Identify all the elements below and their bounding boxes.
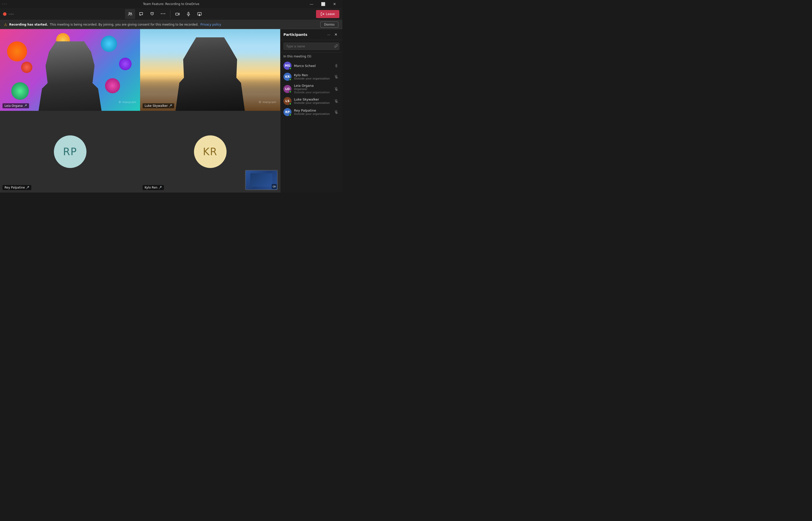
recording-text: This meeting is being recorded. By joini… <box>50 23 199 26</box>
manycam-watermark-leia: manycam <box>118 100 136 104</box>
muted-action-button[interactable] <box>333 86 339 92</box>
panel-header: Participants ··· ✕ <box>280 29 342 40</box>
svg-rect-2 <box>176 13 179 15</box>
panel-title: Participants <box>283 32 325 37</box>
panel-more-button[interactable]: ··· <box>325 31 332 38</box>
toolbar-separator <box>170 10 170 18</box>
status-dot <box>289 67 292 70</box>
video-cell-luke: manycam Luke Skywalker 🎤 <box>140 29 280 111</box>
recording-banner: ⚠ Recording has started. This meeting is… <box>0 20 342 29</box>
mic-icon-rey: 🎤 <box>26 186 29 189</box>
avatar-rey: RP <box>54 135 87 168</box>
meeting-toolbar: --:-- ··· <box>0 8 342 20</box>
mic-action-button[interactable] <box>333 63 339 69</box>
participant-info: Leia Organa Organizer Outside your organ… <box>294 84 331 94</box>
svg-point-0 <box>129 12 130 14</box>
name-tag-kylo: Kylo Ren 🎤 <box>143 185 164 190</box>
list-item[interactable]: LS Luke Skywalker Outside your organizat… <box>280 95 342 107</box>
avatar: RP <box>283 108 292 116</box>
svg-point-9 <box>259 101 260 103</box>
self-view-camera-button[interactable] <box>272 184 277 189</box>
toolbar-center: ··· <box>15 9 315 19</box>
window-controls: — ⬜ ✕ <box>306 0 340 8</box>
recording-bold-text: Recording has started. <box>9 23 48 26</box>
video-grid: manycam Leia Organa 🎤 manycam Luke Skywa… <box>0 29 280 192</box>
warning-icon: ⚠ <box>4 23 7 27</box>
participant-list: MS Marco Scheel KR Kylo Ren Outsi <box>280 59 342 192</box>
svg-point-8 <box>119 101 120 103</box>
toolbar-right: Leave <box>316 10 339 18</box>
avatar: KR <box>283 73 292 81</box>
video-cell-leia: manycam Leia Organa 🎤 <box>0 29 140 111</box>
video-cell-kylo: KR Kylo Ren 🎤 <box>140 111 280 192</box>
recording-indicator <box>3 12 6 16</box>
title-bar: ··· Team Feature: Recording to OneDrive … <box>0 0 342 8</box>
title-bar-menu[interactable]: ··· <box>2 2 7 6</box>
privacy-policy-link[interactable]: Privacy policy <box>201 23 221 26</box>
mic-button[interactable] <box>183 9 193 19</box>
status-dot <box>289 103 292 105</box>
participant-info: Rey Palpatine Outside your organization <box>294 109 331 116</box>
participant-info: Luke Skywalker Outside your organization <box>294 97 331 105</box>
status-dot <box>289 78 292 81</box>
avatar: MS <box>283 62 292 70</box>
minimize-button[interactable]: — <box>306 0 317 8</box>
search-link-icon[interactable] <box>334 44 338 48</box>
status-dot <box>289 91 292 93</box>
muted-action-button[interactable] <box>333 109 339 115</box>
self-view-thumbnail <box>245 170 278 190</box>
avatar: LO <box>283 85 292 93</box>
avatar-kylo: KR <box>194 135 227 168</box>
svg-rect-10 <box>273 186 275 187</box>
list-item[interactable]: LO Leia Organa Organizer Outside your or… <box>280 82 342 95</box>
raise-hand-button[interactable] <box>147 9 157 19</box>
main-layout: manycam Leia Organa 🎤 manycam Luke Skywa… <box>0 29 342 192</box>
mic-icon-kylo: 🎤 <box>158 186 162 189</box>
list-item[interactable]: KR Kylo Ren Outside your organization <box>280 71 342 82</box>
status-dot <box>289 114 292 116</box>
more-options-button[interactable]: ··· <box>158 9 168 19</box>
name-tag-leia: Leia Organa 🎤 <box>2 103 29 108</box>
panel-close-button[interactable]: ✕ <box>332 31 339 38</box>
video-cell-rey: RP Rey Palpatine 🎤 <box>0 111 140 192</box>
toolbar-left: --:-- <box>3 12 14 16</box>
participant-info: Marco Scheel <box>294 64 331 68</box>
svg-rect-11 <box>336 64 337 66</box>
avatar: LS <box>283 97 292 105</box>
name-tag-rey: Rey Palpatine 🎤 <box>2 185 31 190</box>
participants-panel: Participants ··· ✕ In this meeting (5) M… <box>280 29 342 192</box>
restore-button[interactable]: ⬜ <box>317 0 329 8</box>
share-screen-button[interactable] <box>194 9 205 19</box>
camera-button[interactable] <box>172 9 182 19</box>
in-meeting-header: In this meeting (5) <box>280 53 342 59</box>
list-item[interactable]: MS Marco Scheel <box>280 60 342 71</box>
muted-action-button[interactable] <box>333 98 339 104</box>
mic-icon-luke: 🎤 <box>169 104 172 108</box>
muted-action-button[interactable] <box>333 74 339 80</box>
list-item[interactable]: RP Rey Palpatine Outside your organizati… <box>280 107 342 118</box>
svg-rect-3 <box>188 12 189 14</box>
name-tag-luke: Luke Skywalker 🎤 <box>143 103 174 108</box>
leave-button[interactable]: Leave <box>316 10 339 18</box>
manycam-watermark-luke: manycam <box>258 100 276 104</box>
participants-button[interactable] <box>125 9 135 19</box>
svg-point-1 <box>131 13 132 14</box>
search-input[interactable] <box>283 43 339 50</box>
window-title: Team Feature: Recording to OneDrive <box>143 2 200 6</box>
search-box <box>280 40 342 53</box>
meeting-timer: --:-- <box>8 12 14 16</box>
close-button[interactable]: ✕ <box>329 0 340 8</box>
participant-info: Kylo Ren Outside your organization <box>294 73 331 80</box>
mic-icon-leia: 🎤 <box>24 104 27 108</box>
chat-button[interactable] <box>136 9 146 19</box>
dismiss-banner-button[interactable]: Dismiss <box>320 22 338 28</box>
